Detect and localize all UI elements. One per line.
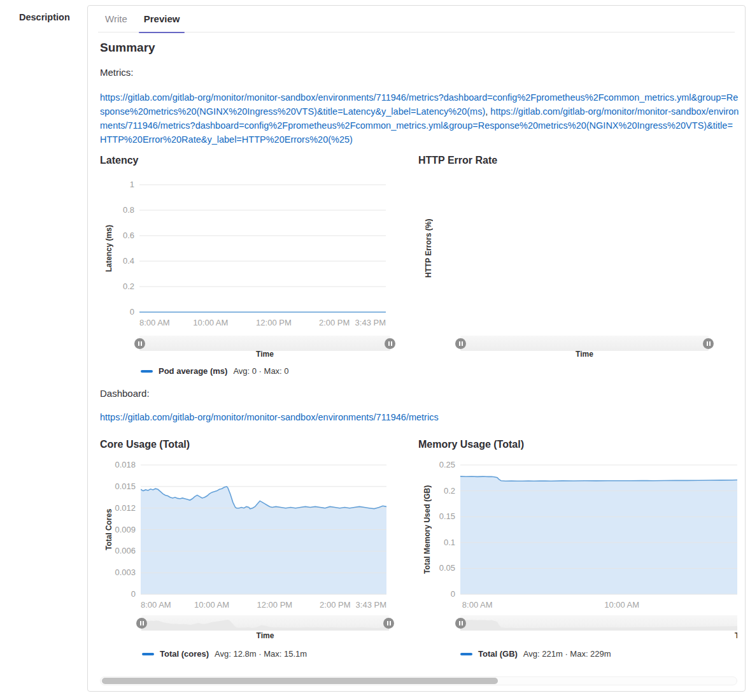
plot-area: 00.050.10.150.20.258:00 AM10:00 AM [418,464,737,617]
dashboard-label: Dashboard: [100,388,150,399]
markdown-tabbar: Write Preview [98,6,735,32]
slider-handle-left[interactable] [455,618,466,629]
x-tick-label: 12:00 PM [257,600,293,610]
chart-core-usage: Core Usage (Total) Total Cores 00.0030.0… [100,436,406,661]
x-tick-label: 8:00 AM [462,600,493,610]
time-range-slider[interactable] [460,336,709,351]
time-range-slider[interactable] [141,615,389,631]
x-axis-label: Time [141,631,389,640]
x-tick-label: 10:00 AM [604,600,639,610]
y-tick-label: 0.05 [418,563,455,573]
legend-swatch [460,653,472,655]
plot-area: 00.20.40.60.818:00 AM10:00 AM12:00 PM2:0… [100,184,406,337]
y-tick-label: 0.018 [100,460,136,469]
metrics-label: Metrics: [100,67,134,78]
chart-grid [139,184,386,313]
y-tick-label: 1 [100,180,134,189]
x-tick-row: 8:00 AM10:00 AM [460,600,737,610]
y-tick-label: 0 [418,589,455,599]
x-axis-label: Time [460,631,737,640]
plot-area: 00.0030.0060.0090.0120.0150.0188:00 AM10… [100,464,406,617]
y-tick-label: 0.2 [100,282,134,291]
y-tick-label: 0.1 [418,538,455,547]
slider-minimap [460,615,737,631]
chart-memory-usage: Memory Usage (Total) Total Memory Used (… [418,436,737,661]
y-axis-label: HTTP Errors (%) [423,184,434,313]
x-tick-label: 3:43 PM [356,600,386,610]
y-tick-label: 0.009 [100,525,136,534]
x-axis-label: Time [139,350,390,359]
horizontal-scrollbar-thumb[interactable] [102,678,498,684]
chart-title: Latency [100,155,406,166]
legend-series-name: Total (cores) [160,649,209,659]
y-tick-label: 0.003 [100,568,136,577]
chart-title: HTTP Error Rate [418,155,724,166]
y-tick-label: 0.15 [418,511,455,521]
dashboard-link-wrap: https://gitlab.com/gitlab-org/monitor/mo… [100,412,439,422]
chart-grid [460,464,737,596]
tab-write[interactable]: Write [104,6,129,32]
legend-series-stats: Avg: 0 · Max: 0 [233,366,288,376]
legend-series-stats: Avg: 221m · Max: 229m [523,649,611,659]
y-tick-label: 0 [100,307,134,317]
x-tick-label: 8:00 AM [141,600,171,610]
legend-series-stats: Avg: 12.8m · Max: 15.1m [215,649,307,659]
y-tick-label: 0.4 [100,256,134,266]
legend-series-name: Pod average (ms) [159,366,227,376]
description-label: Description [19,12,70,22]
x-tick-label: 8:00 AM [139,318,170,327]
y-tick-label: 0.015 [100,482,136,491]
summary-heading: Summary [100,41,155,55]
legend-swatch [142,653,154,655]
slider-handle-left[interactable] [136,618,147,629]
x-tick-label: 3:43 PM [355,318,386,327]
legend: Total (cores) Avg: 12.8m · Max: 15.1m [142,649,307,659]
x-tick-label: 10:00 AM [193,318,228,327]
slider-handle-left[interactable] [134,338,145,349]
x-tick-label: 12:00 PM [256,318,292,327]
slider-handle-right[interactable] [383,618,394,629]
chart-grid [141,464,386,596]
legend-series-name: Total (GB) [478,649,518,659]
chart-http-error-rate: HTTP Error Rate HTTP Errors (%) Time [418,152,724,376]
y-tick-label: 0.012 [100,503,136,513]
metrics-links: https://gitlab.com/gitlab-org/monitor/mo… [100,90,739,146]
chart-title: Memory Usage (Total) [418,439,737,450]
tab-preview[interactable]: Preview [143,6,181,32]
x-axis-label: Time [460,350,709,359]
x-tick-label: 10:00 AM [194,600,229,610]
legend: Pod average (ms) Avg: 0 · Max: 0 [141,366,289,376]
time-range-slider[interactable] [139,336,390,351]
x-tick-row: 8:00 AM10:00 AM12:00 PM2:00 PM3:43 PM [141,600,386,610]
y-tick-label: 0.25 [418,460,455,469]
time-range-slider[interactable] [460,615,737,631]
x-tick-label: 2:00 PM [319,318,350,327]
slider-handle-right[interactable] [703,338,714,349]
chart-title: Core Usage (Total) [100,439,406,450]
y-tick-label: 0.6 [100,231,134,240]
y-tick-label: 0.2 [418,486,455,496]
legend: Total (GB) Avg: 221m · Max: 229m [460,649,611,659]
description-panel: Write Preview Summary Metrics: https://g… [87,5,746,692]
y-tick-label: 0 [100,589,136,599]
horizontal-scrollbar[interactable] [100,676,737,685]
x-tick-label: 2:00 PM [320,600,350,610]
y-tick-label: 0.8 [100,205,134,215]
y-tick-label: 0.006 [100,546,136,555]
legend-swatch [141,370,153,373]
x-tick-row: 8:00 AM10:00 AM12:00 PM2:00 PM3:43 PM [139,318,386,328]
slider-handle-left[interactable] [455,338,466,349]
slider-handle-right[interactable] [385,338,395,349]
slider-minimap [141,615,389,631]
dashboard-link[interactable]: https://gitlab.com/gitlab-org/monitor/mo… [100,412,439,422]
chart-latency: Latency Latency (ms) 00.20.40.60.818:00 … [100,152,406,376]
